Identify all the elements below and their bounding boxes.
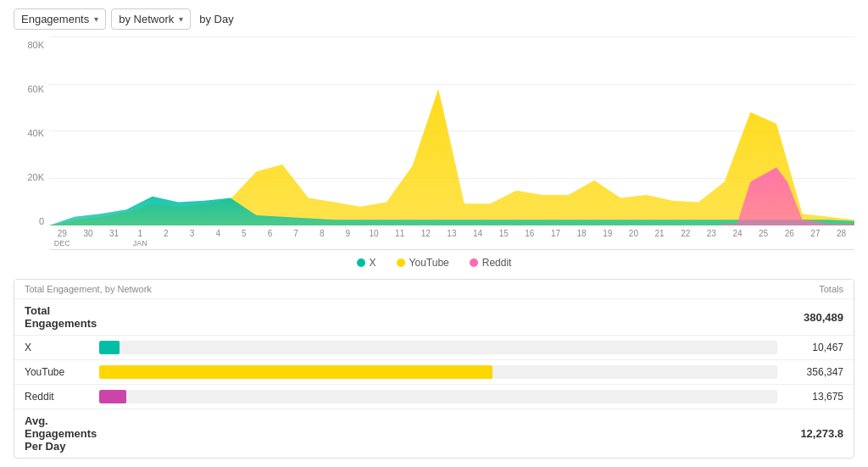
x-label-15: 15 bbox=[491, 229, 517, 238]
x-label-8: 8 bbox=[309, 229, 335, 238]
x-label-19: 19 bbox=[594, 229, 620, 238]
metric-dropdown[interactable]: Engagements ▾ bbox=[14, 8, 106, 30]
x-label-25: 25 bbox=[750, 229, 776, 238]
groupby-label: by Network bbox=[119, 13, 174, 25]
x-label-30: 30 bbox=[75, 229, 102, 238]
legend-x-label: X bbox=[370, 257, 376, 269]
table-header-right: Totals bbox=[819, 284, 843, 294]
groupby-dropdown[interactable]: by Network ▾ bbox=[111, 8, 191, 30]
table-row-avg: Avg. Engagements Per Day 12,273.8 bbox=[14, 409, 854, 458]
x-label-24: 24 bbox=[725, 229, 751, 238]
legend-x: X bbox=[357, 257, 376, 269]
x-label-20: 20 bbox=[620, 229, 647, 238]
x-label-31: 31 bbox=[101, 229, 127, 238]
table-row-reddit: Reddit 13,675 bbox=[14, 385, 854, 409]
x-label-5: 5 bbox=[231, 229, 257, 238]
total-label: Total Engagements bbox=[25, 304, 92, 330]
chart-inner: 29DEC30311JAN234567891011121314151617181… bbox=[49, 36, 854, 250]
metric-chevron-icon: ▾ bbox=[94, 14, 98, 24]
x-label-3: 3 bbox=[179, 229, 205, 238]
time-label: by Day bbox=[199, 13, 233, 25]
table-header: Total Engagement, by Network Totals bbox=[14, 280, 854, 299]
x-label-29: 29DEC bbox=[49, 229, 75, 247]
reddit-bar-fill bbox=[99, 390, 126, 403]
legend: X YouTube Reddit bbox=[14, 252, 854, 274]
x-label-14: 14 bbox=[465, 229, 491, 238]
legend-youtube-dot bbox=[397, 259, 405, 267]
reddit-value: 13,675 bbox=[784, 391, 843, 403]
y-label-80k: 80K bbox=[27, 40, 44, 50]
x-label-26: 26 bbox=[776, 229, 803, 238]
x-label-9: 9 bbox=[335, 229, 361, 238]
x-label: X bbox=[25, 342, 92, 353]
chart-area: 80K 60K 40K 20K 0 bbox=[14, 36, 854, 274]
table-header-left: Total Engagement, by Network bbox=[25, 284, 152, 294]
reddit-label: Reddit bbox=[25, 391, 92, 403]
x-label-22: 22 bbox=[672, 229, 698, 238]
table-row-total: Total Engagements 380,489 bbox=[14, 299, 854, 336]
x-label-6: 6 bbox=[257, 229, 283, 238]
x-label-18: 18 bbox=[569, 229, 595, 238]
y-label-20k: 20K bbox=[27, 172, 44, 182]
youtube-bar-container bbox=[99, 365, 777, 379]
legend-reddit-label: Reddit bbox=[482, 257, 512, 269]
y-label-0: 0 bbox=[39, 216, 44, 226]
x-axis: 29DEC30311JAN234567891011121314151617181… bbox=[49, 225, 854, 249]
x-label-13: 13 bbox=[439, 229, 465, 238]
youtube-value: 356,347 bbox=[784, 366, 843, 378]
x-label-1: 1JAN bbox=[127, 229, 153, 247]
x-bar-container bbox=[99, 341, 777, 354]
table-row-youtube: YouTube 356,347 bbox=[14, 360, 854, 385]
x-label-4: 4 bbox=[205, 229, 231, 238]
y-label-40k: 40K bbox=[27, 128, 44, 138]
x-value: 10,467 bbox=[784, 342, 843, 353]
legend-youtube-label: YouTube bbox=[409, 257, 449, 269]
groupby-chevron-icon: ▾ bbox=[179, 14, 183, 24]
chart-wrapper: 80K 60K 40K 20K 0 bbox=[14, 36, 854, 250]
x-label-17: 17 bbox=[542, 229, 569, 238]
y-label-60k: 60K bbox=[27, 84, 44, 94]
x-label-27: 27 bbox=[803, 229, 829, 238]
avg-label: Avg. Engagements Per Day bbox=[25, 414, 92, 453]
total-value: 380,489 bbox=[784, 311, 843, 324]
x-label-10: 10 bbox=[361, 229, 387, 238]
metric-label: Engagements bbox=[21, 13, 89, 25]
x-label-11: 11 bbox=[387, 229, 413, 238]
x-label-2: 2 bbox=[153, 229, 180, 238]
legend-reddit-dot bbox=[470, 259, 478, 267]
reddit-bar-container bbox=[99, 390, 777, 403]
x-label-23: 23 bbox=[698, 229, 725, 238]
x-label-16: 16 bbox=[517, 229, 543, 238]
table-row-x: X 10,467 bbox=[14, 336, 854, 360]
main-container: Engagements ▾ by Network ▾ by Day 80K 60… bbox=[0, 0, 868, 467]
x-label-7: 7 bbox=[283, 229, 309, 238]
youtube-label: YouTube bbox=[25, 366, 92, 378]
y-axis: 80K 60K 40K 20K 0 bbox=[14, 36, 49, 250]
legend-reddit: Reddit bbox=[470, 257, 512, 269]
chart-svg bbox=[49, 36, 854, 225]
youtube-bar-fill bbox=[99, 365, 492, 379]
avg-value: 12,273.8 bbox=[784, 427, 843, 440]
table-section: Total Engagement, by Network Totals Tota… bbox=[14, 279, 854, 459]
toolbar: Engagements ▾ by Network ▾ by Day bbox=[14, 8, 854, 30]
x-bar-fill bbox=[99, 341, 120, 354]
x-label-12: 12 bbox=[413, 229, 439, 238]
legend-x-dot bbox=[357, 259, 365, 267]
x-label-21: 21 bbox=[647, 229, 673, 238]
x-label-28: 28 bbox=[828, 229, 854, 238]
legend-youtube: YouTube bbox=[397, 257, 449, 269]
